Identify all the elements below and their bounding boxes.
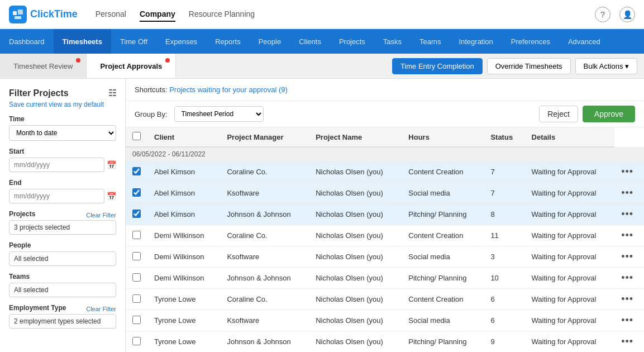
nav-clients[interactable]: Clients (290, 29, 330, 54)
filter-time: Time Month to date This week Last week C… (9, 115, 116, 141)
cell-status-6: Waiting for Approval (525, 268, 615, 289)
cell-pm-7: Nicholas Olsen (you) (309, 289, 402, 310)
cell-project-1: Content Creation (402, 161, 484, 183)
start-label: Start (9, 148, 116, 155)
nav-resource-planning[interactable]: Resource Planning (189, 7, 255, 22)
row-details-button-4[interactable]: ••• (621, 230, 633, 241)
cell-client-5: Ksoftware (220, 246, 309, 268)
cell-project-7: Content Creation (402, 289, 484, 310)
main-nav: Dashboard Timesheets Time Off Expenses R… (0, 29, 644, 54)
shortcuts-link[interactable]: Projects waiting for your approval (9) (169, 85, 288, 94)
row-details-button-9[interactable]: ••• (621, 336, 633, 348)
cell-client-4: Coraline Co. (220, 225, 309, 246)
override-timesheets-button[interactable]: Override Timesheets (487, 58, 571, 74)
cell-pm-5: Nicholas Olsen (you) (309, 246, 402, 268)
header-client: Client (147, 127, 220, 147)
shortcuts-label: Shortcuts: (135, 85, 168, 94)
row-details-button-1[interactable]: ••• (621, 166, 633, 178)
row-details-button-6[interactable]: ••• (621, 272, 633, 284)
filter-teams: Teams All selected (9, 273, 116, 297)
top-nav: ClickTime Personal Company Resource Plan… (0, 0, 644, 29)
header-project: Project Name (309, 127, 402, 147)
nav-people[interactable]: People (250, 29, 290, 54)
cell-status-4: Waiting for Approval (525, 225, 615, 246)
row-checkbox-2[interactable] (132, 188, 141, 197)
time-period-select[interactable]: Month to date This week Last week Custom (9, 125, 116, 141)
group-by-select[interactable]: Timesheet Period Employee Client Project (174, 106, 264, 122)
select-all-checkbox[interactable] (132, 132, 141, 140)
row-details-button-3[interactable]: ••• (621, 208, 633, 220)
cell-pm-6: Nicholas Olsen (you) (309, 268, 402, 289)
employment-clear[interactable]: Clear Filter (86, 306, 116, 312)
cell-hours-6: 10 (484, 268, 524, 289)
end-date-input[interactable] (9, 189, 104, 203)
cell-pm-1: Nicholas Olsen (you) (309, 161, 402, 183)
nav-teams[interactable]: Teams (411, 29, 450, 54)
approve-button[interactable]: Approve (583, 106, 635, 122)
row-checkbox-4[interactable] (132, 231, 141, 239)
nav-projects[interactable]: Projects (330, 29, 374, 54)
cell-project-3: Pitching/ Planning (402, 204, 484, 225)
people-label: People (9, 241, 116, 249)
row-checkbox-7[interactable] (132, 294, 141, 303)
projects-label: Projects (9, 210, 35, 218)
projects-label-row: Projects Clear Filter (9, 210, 116, 220)
table-row: Tyrone Lowe Ksoftware Nicholas Olsen (yo… (126, 310, 644, 331)
start-date-input[interactable] (9, 158, 104, 172)
nav-reports[interactable]: Reports (206, 29, 250, 54)
header-hours: Hours (402, 127, 484, 147)
employment-value[interactable]: 2 employment types selected (9, 314, 116, 329)
people-value[interactable]: All selected (9, 251, 116, 266)
start-input-row: 📅 (9, 158, 116, 172)
row-checkbox-9[interactable] (132, 337, 141, 345)
user-icon[interactable]: 👤 (619, 7, 635, 22)
tab-project-approvals[interactable]: Project Approvals (87, 54, 176, 78)
row-checkbox-8[interactable] (132, 316, 141, 324)
time-entry-completion-button[interactable]: Time Entry Completion (392, 58, 483, 74)
row-checkbox-1[interactable] (132, 167, 141, 175)
sub-tabs: Timesheet Review Project Approvals Time … (0, 54, 644, 79)
save-default-link[interactable]: Save current view as my default (9, 101, 116, 108)
nav-integration[interactable]: Integration (450, 29, 502, 54)
projects-value[interactable]: 3 projects selected (9, 220, 116, 235)
nav-dashboard[interactable]: Dashboard (0, 29, 54, 54)
row-details-button-5[interactable]: ••• (621, 251, 633, 263)
svg-rect-2 (15, 16, 21, 19)
row-checkbox-5[interactable] (132, 252, 141, 260)
group-by-bar: Group By: Timesheet Period Employee Clie… (126, 101, 644, 127)
grid-icon[interactable]: ☷ (108, 88, 116, 98)
row-details-button-8[interactable]: ••• (621, 315, 633, 326)
nav-expenses[interactable]: Expenses (156, 29, 206, 54)
svg-rect-1 (18, 9, 23, 15)
tab-timesheet-review[interactable]: Timesheet Review (0, 54, 87, 78)
bulk-actions-button[interactable]: Bulk Actions ▾ (575, 58, 637, 74)
teams-value[interactable]: All selected (9, 283, 116, 297)
filter-employment: Employment Type Clear Filter 2 employmen… (9, 304, 116, 329)
nav-timesheets[interactable]: Timesheets (54, 29, 111, 54)
table-row: Demi Wilkinson Ksoftware Nicholas Olsen … (126, 246, 644, 268)
row-checkbox-3[interactable] (132, 210, 141, 218)
nav-tasks[interactable]: Tasks (374, 29, 411, 54)
start-calendar-icon[interactable]: 📅 (107, 160, 116, 169)
cell-hours-9: 9 (484, 331, 524, 353)
nav-timeoff[interactable]: Time Off (111, 29, 156, 54)
filter-start: Start 📅 (9, 148, 116, 172)
end-calendar-icon[interactable]: 📅 (107, 192, 116, 201)
nav-personal[interactable]: Personal (96, 7, 126, 22)
nav-advanced[interactable]: Advanced (559, 29, 609, 54)
timesheet-review-dot (76, 58, 80, 63)
help-icon[interactable]: ? (595, 7, 610, 22)
row-checkbox-6[interactable] (132, 273, 141, 282)
nav-company[interactable]: Company (140, 7, 175, 22)
filter-projects: Projects Clear Filter 3 projects selecte… (9, 210, 116, 235)
row-details-button-2[interactable]: ••• (621, 187, 633, 199)
nav-preferences[interactable]: Preferences (502, 29, 559, 54)
cell-employee-8: Tyrone Lowe (147, 310, 220, 331)
cell-client-8: Ksoftware (220, 310, 309, 331)
row-details-button-7[interactable]: ••• (621, 293, 633, 305)
header-details: Details (525, 127, 615, 147)
cell-employee-1: Abel Kimson (147, 161, 220, 183)
reject-button[interactable]: Reject (539, 106, 578, 122)
projects-clear[interactable]: Clear Filter (86, 212, 116, 218)
main-content: Shortcuts: Projects waiting for your app… (126, 79, 644, 352)
